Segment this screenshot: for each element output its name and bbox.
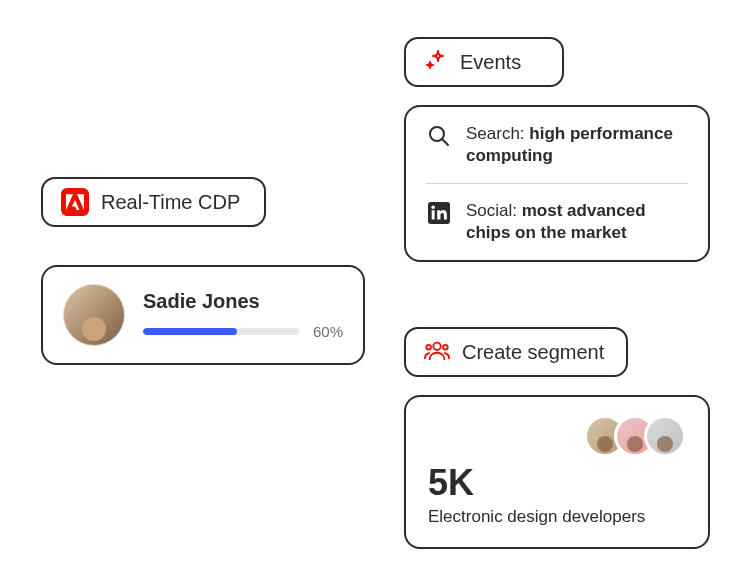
real-time-cdp-pill: Real-Time CDP: [41, 177, 266, 227]
event-prefix: Search:: [466, 124, 529, 143]
segment-count: 5K: [428, 465, 686, 501]
users-icon: [424, 339, 450, 365]
svg-point-6: [426, 345, 431, 350]
events-card: Search: high performance computing Socia…: [404, 105, 710, 262]
profile-name: Sadie Jones: [143, 290, 343, 313]
progress-bar: [143, 328, 299, 335]
cdp-label: Real-Time CDP: [101, 191, 240, 214]
event-item-search: Search: high performance computing: [406, 107, 708, 183]
event-text-search: Search: high performance computing: [466, 123, 688, 167]
adobe-logo-icon: [61, 188, 89, 216]
event-prefix: Social:: [466, 201, 522, 220]
events-label: Events: [460, 51, 521, 74]
profile-card: Sadie Jones 60%: [41, 265, 365, 365]
event-text-social: Social: most advanced chips on the marke…: [466, 200, 688, 244]
segment-card: 5K Electronic design developers: [404, 395, 710, 549]
segment-description: Electronic design developers: [428, 507, 686, 527]
search-icon: [426, 123, 452, 149]
progress-percent: 60%: [313, 323, 343, 340]
profile-avatar: [63, 284, 125, 346]
segment-pill-label: Create segment: [462, 341, 604, 364]
linkedin-icon: [426, 200, 452, 226]
avatar: [644, 415, 686, 457]
svg-point-4: [431, 206, 434, 209]
progress-fill: [143, 328, 237, 335]
svg-point-5: [433, 343, 440, 350]
svg-point-7: [443, 345, 448, 350]
svg-line-1: [442, 139, 448, 145]
profile-details: Sadie Jones 60%: [143, 290, 343, 340]
create-segment-pill[interactable]: Create segment: [404, 327, 628, 377]
avatar-stack: [428, 415, 686, 457]
sparkle-icon: [424, 48, 448, 76]
svg-rect-3: [432, 210, 435, 219]
events-pill: Events: [404, 37, 564, 87]
event-item-social: Social: most advanced chips on the marke…: [406, 184, 708, 260]
progress-row: 60%: [143, 323, 343, 340]
